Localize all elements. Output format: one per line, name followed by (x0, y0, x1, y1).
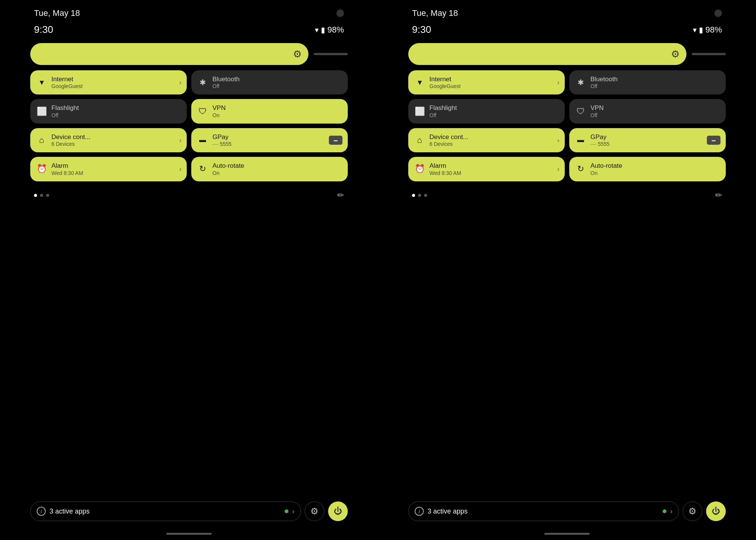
bottom-gear-button-left[interactable]: ⚙ (305, 501, 324, 521)
flashlight-icon-right: ⬜ (414, 107, 425, 116)
battery-area-right: ▾ ▮ 98% (693, 25, 722, 35)
alarm-icon-left: ⏰ (36, 164, 47, 174)
tile-text-device-right: Device cont... 6 Devices (429, 133, 468, 147)
tile-text-vpn-right: VPN Off (590, 104, 604, 118)
tile-title-bluetooth-left: Bluetooth (212, 76, 240, 83)
device-icon-left: ⌂ (36, 135, 47, 145)
page-dots-right (412, 194, 427, 197)
gpay-card-icon-left: ▬ (329, 136, 342, 145)
tile-text-device-left: Device cont... 6 Devices (51, 133, 90, 147)
phone-left: Tue, May 18 9:30 ▾ ▮ 98% ⚙ ▾ Interne (0, 0, 378, 540)
tile-title-flashlight-left: Flashlight (51, 104, 79, 112)
bluetooth-icon-left: ✱ (197, 78, 208, 87)
tile-internet-left[interactable]: ▾ Internet GoogleGuest › (30, 70, 187, 94)
tiles-grid-right: ▾ Internet GoogleGuest › ✱ Bluetooth Off… (408, 70, 726, 181)
bottom-gear-icon-left: ⚙ (310, 506, 319, 517)
tile-subtitle-gpay-right: ···· 5555 (590, 141, 610, 147)
tile-subtitle-flashlight-left: Off (51, 112, 79, 118)
dot-3-right[interactable] (424, 194, 427, 197)
info-symbol-left: i (40, 508, 42, 514)
tile-title-device-left: Device cont... (51, 133, 90, 141)
vpn-icon-left: 🛡 (197, 107, 208, 116)
status-bar-left: Tue, May 18 (30, 0, 348, 22)
tile-gpay-left[interactable]: ▬ GPay ···· 5555 ▬ (191, 128, 348, 152)
active-apps-pill-right[interactable]: i 3 active apps › (408, 501, 679, 521)
tile-bluetooth-left[interactable]: ✱ Bluetooth Off (191, 70, 348, 94)
tile-subtitle-bluetooth-right: Off (590, 83, 618, 89)
apps-arrow-right[interactable]: › (670, 508, 672, 515)
bottom-power-icon-left: ⏻ (334, 506, 342, 516)
apps-text-right: 3 active apps (428, 508, 659, 515)
time-battery-right: 9:30 ▾ ▮ 98% (408, 22, 726, 43)
active-apps-pill-left[interactable]: i 3 active apps › (30, 501, 301, 521)
tile-alarm-left[interactable]: ⏰ Alarm Wed 8:30 AM › (30, 157, 187, 181)
battery-area-left: ▾ ▮ 98% (315, 25, 344, 35)
bottom-gear-button-right[interactable]: ⚙ (683, 501, 702, 521)
apps-arrow-left[interactable]: › (292, 508, 294, 515)
tile-alarm-right[interactable]: ⏰ Alarm Wed 8:30 AM › (408, 157, 565, 181)
date-left: Tue, May 18 (34, 8, 80, 18)
tile-autorotate-left[interactable]: ↻ Auto-rotate On (191, 157, 348, 181)
tile-title-internet-right: Internet (429, 76, 461, 83)
bottom-power-button-left[interactable]: ⏻ (328, 501, 348, 521)
gpay-icon-left: ▬ (197, 136, 208, 144)
bottom-bar-left: i 3 active apps › ⚙ ⏻ (30, 501, 348, 521)
tile-autorotate-right[interactable]: ↻ Auto-rotate On (569, 157, 726, 181)
edit-icon-right[interactable]: ✏ (715, 190, 722, 200)
status-bar-right: Tue, May 18 (408, 0, 726, 22)
tile-text-internet-right: Internet GoogleGuest (429, 76, 461, 89)
phone-right: Tue, May 18 9:30 ▾ ▮ 98% ⚙ ▾ Interne (378, 0, 756, 540)
bottom-power-icon-right: ⏻ (712, 506, 720, 516)
dot-1-right[interactable] (412, 194, 415, 197)
tile-device-left[interactable]: ⌂ Device cont... 6 Devices › (30, 128, 187, 152)
time-battery-left: 9:30 ▾ ▮ 98% (30, 22, 348, 43)
brightness-gear-icon-right[interactable]: ⚙ (671, 48, 680, 60)
brightness-gear-icon-left[interactable]: ⚙ (293, 48, 302, 60)
bottom-bar-right: i 3 active apps › ⚙ ⏻ (408, 501, 726, 521)
tile-vpn-right[interactable]: 🛡 VPN Off (569, 99, 726, 123)
tile-title-vpn-right: VPN (590, 104, 604, 112)
tiles-grid-left: ▾ Internet GoogleGuest › ✱ Bluetooth Off… (30, 70, 348, 181)
camera-dot-left (336, 9, 344, 17)
tile-text-bluetooth-left: Bluetooth Off (212, 76, 240, 89)
brightness-pill-left[interactable]: ⚙ (30, 43, 308, 65)
dot-2-left[interactable] (40, 194, 43, 197)
tile-subtitle-vpn-right: Off (590, 112, 604, 118)
tile-subtitle-device-left: 6 Devices (51, 141, 90, 147)
tile-internet-right[interactable]: ▾ Internet GoogleGuest › (408, 70, 565, 94)
page-dots-left (34, 194, 49, 197)
brightness-pill-right[interactable]: ⚙ (408, 43, 686, 65)
dot-2-right[interactable] (418, 194, 421, 197)
bottom-gear-icon-right: ⚙ (688, 506, 697, 517)
tile-vpn-left[interactable]: 🛡 VPN On (191, 99, 348, 123)
device-arrow-left: › (179, 136, 181, 144)
tile-text-internet-left: Internet GoogleGuest (51, 76, 83, 89)
dots-row-right: ✏ (408, 187, 726, 203)
brightness-row-right: ⚙ (408, 43, 726, 65)
apps-text-left: 3 active apps (50, 508, 281, 515)
brightness-slider-left[interactable] (314, 53, 348, 55)
brightness-row-left: ⚙ (30, 43, 348, 65)
device-arrow-right: › (557, 136, 559, 144)
tile-gpay-right[interactable]: ▬ GPay ···· 5555 ▬ (569, 128, 726, 152)
tile-bluetooth-right[interactable]: ✱ Bluetooth Off (569, 70, 726, 94)
tile-text-bluetooth-right: Bluetooth Off (590, 76, 618, 89)
tile-title-autorotate-right: Auto-rotate (590, 162, 622, 170)
internet-arrow-right: › (557, 79, 559, 87)
tile-text-vpn-left: VPN On (212, 104, 226, 118)
tile-text-flashlight-left: Flashlight Off (51, 104, 79, 118)
brightness-slider-right[interactable] (692, 53, 726, 55)
flashlight-icon-left: ⬜ (36, 107, 47, 116)
tile-device-right[interactable]: ⌂ Device cont... 6 Devices › (408, 128, 565, 152)
tile-flashlight-left[interactable]: ⬜ Flashlight Off (30, 99, 187, 123)
dot-3-left[interactable] (46, 194, 49, 197)
edit-icon-left[interactable]: ✏ (337, 190, 344, 200)
time-left: 9:30 (34, 24, 53, 36)
dot-1-left[interactable] (34, 194, 37, 197)
tile-text-autorotate-left: Auto-rotate On (212, 162, 244, 176)
bottom-power-button-right[interactable]: ⏻ (706, 501, 726, 521)
green-dot-right (663, 509, 666, 513)
tile-flashlight-right[interactable]: ⬜ Flashlight Off (408, 99, 565, 123)
autorotate-icon-left: ↻ (197, 164, 208, 174)
battery-pct-left: 98% (327, 25, 344, 35)
